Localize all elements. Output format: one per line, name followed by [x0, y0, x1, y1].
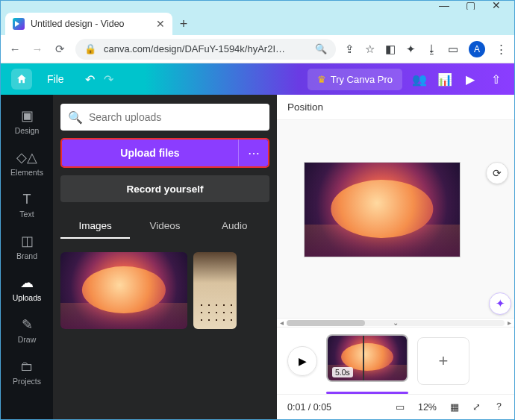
url-actions: ⇪ ☆ ◧ ✦ ⭳ ▭ A ⋮ [345, 41, 507, 57]
chevron-down-icon[interactable]: ⌄ [393, 319, 399, 327]
new-tab-button[interactable]: + [172, 13, 195, 35]
uploads-thumbnails [60, 252, 269, 329]
download-icon[interactable]: ⭳ [426, 43, 437, 55]
profile-avatar[interactable]: A [469, 41, 485, 57]
rail-draw[interactable]: ✎ Draw [1, 311, 53, 350]
extensions-puzzle-icon[interactable]: ✦ [406, 43, 416, 56]
notes-icon[interactable]: ▭ [396, 401, 405, 413]
scroll-track[interactable]: ⌄ [287, 320, 505, 326]
record-yourself-button[interactable]: Record yourself [60, 175, 269, 202]
uploads-panel: 🔍 Upload files ⋯ Record yourself Images … [53, 95, 277, 419]
fullscreen-icon[interactable]: ⤢ [472, 401, 481, 413]
rail-label: Uploads [13, 293, 42, 302]
clip-selection-indicator [326, 392, 408, 394]
rail-label: Draw [18, 335, 37, 344]
redo-button[interactable]: ↷ [104, 72, 113, 87]
tab-videos[interactable]: Videos [130, 214, 199, 239]
rail-label: Design [15, 126, 40, 135]
canva-favicon-icon [13, 18, 25, 30]
analytics-icon[interactable]: 📊 [437, 72, 453, 87]
try-pro-label: Try Canva Pro [331, 74, 393, 85]
main-row: ▣ Design ◇△ Elements T Text ◫ Brand ☁ Up… [1, 95, 514, 419]
rail-text[interactable]: T Text [1, 186, 53, 225]
scroll-thumb[interactable] [287, 320, 365, 326]
upload-thumb-1[interactable] [60, 252, 187, 329]
grid-view-icon[interactable]: ▦ [450, 401, 459, 413]
uploads-cloud-icon: ☁ [20, 275, 34, 290]
share-icon[interactable]: ⇪ [345, 43, 355, 56]
home-icon [16, 73, 28, 85]
search-uploads-input[interactable] [89, 111, 262, 123]
rail-label: Text [19, 210, 34, 219]
zoom-percent[interactable]: 12% [418, 402, 437, 413]
forward-button[interactable]: → [31, 43, 44, 55]
rail-design[interactable]: ▣ Design [1, 102, 53, 141]
file-menu[interactable]: File [41, 69, 70, 89]
add-clip-button[interactable]: + [417, 337, 469, 385]
browser-tab-active[interactable]: Untitled design - Video ✕ [5, 13, 172, 35]
timeline-clip-1[interactable]: 5.0s [326, 334, 408, 382]
brand-icon: ◫ [21, 233, 34, 248]
position-button[interactable]: Position [287, 101, 323, 113]
reset-rotation-button[interactable]: ⟳ [486, 162, 508, 184]
time-readout: 0:01 / 0:05 [287, 402, 331, 413]
undo-button[interactable]: ↶ [85, 72, 95, 87]
uploads-tabs: Images Videos Audio [60, 214, 269, 239]
scroll-left-icon[interactable]: ◂ [280, 319, 284, 327]
reload-button[interactable]: ⟳ [53, 43, 66, 56]
crown-icon: ♛ [317, 74, 326, 85]
window-frame: — ▢ ✕ Untitled design - Video ✕ + ← → ⟳ … [0, 0, 515, 420]
tab-images[interactable]: Images [60, 214, 130, 239]
rail-label: Brand [16, 251, 37, 260]
search-in-page-icon[interactable]: 🔍 [315, 43, 327, 54]
canvas-image[interactable] [305, 163, 460, 257]
text-icon: T [23, 192, 31, 207]
rail-label: Elements [10, 168, 43, 177]
reader-icon[interactable]: ▭ [448, 43, 458, 56]
collaborators-icon[interactable]: 👥 [411, 72, 428, 87]
upload-files-button[interactable]: Upload files [62, 140, 238, 166]
url-text: canva.com/design/DAFuY-1594k/hyAr2I… [104, 43, 285, 54]
browser-tabbar: Untitled design - Video ✕ + [1, 10, 514, 35]
canvas-frame[interactable] [304, 162, 461, 257]
playhead[interactable] [363, 334, 364, 382]
tab-audio[interactable]: Audio [200, 214, 269, 239]
bottom-bar: 0:01 / 0:05 ▭ 12% ▦ ⤢ ？ [277, 394, 514, 419]
rail-projects[interactable]: 🗀 Projects [1, 353, 53, 392]
elements-icon: ◇△ [16, 150, 37, 165]
share-export-icon[interactable]: ⇧ [487, 72, 504, 87]
kebab-menu-icon[interactable]: ⋮ [496, 43, 507, 56]
rail-elements[interactable]: ◇△ Elements [1, 144, 53, 183]
upload-more-button[interactable]: ⋯ [238, 140, 268, 166]
back-button[interactable]: ← [8, 43, 22, 55]
canva-topbar: File ↶ ↷ ♛ Try Canva Pro 👥 📊 ▶ ⇧ [1, 63, 514, 95]
bookmark-icon[interactable]: ☆ [365, 43, 375, 56]
address-bar[interactable]: 🔒 canva.com/design/DAFuY-1594k/hyAr2I… 🔍 [75, 39, 336, 60]
extension-square-icon[interactable]: ◧ [385, 43, 396, 56]
rail-uploads[interactable]: ☁ Uploads [1, 269, 53, 308]
upload-thumb-2[interactable] [193, 252, 237, 329]
rail-label: Projects [13, 377, 41, 386]
clip-duration-label: 5.0s [332, 367, 353, 377]
canvas-stage[interactable]: ⟳ ✦ [277, 120, 514, 318]
scroll-right-icon[interactable]: ▸ [508, 319, 511, 327]
tab-title: Untitled design - Video [31, 19, 125, 29]
rail-brand[interactable]: ◫ Brand [1, 228, 53, 266]
horizontal-scrollbar[interactable]: ◂ ⌄ ▸ [277, 318, 514, 327]
window-titlebar: — ▢ ✕ [1, 1, 514, 10]
help-icon[interactable]: ？ [494, 401, 504, 413]
lock-icon: 🔒 [84, 43, 96, 54]
search-uploads[interactable]: 🔍 [60, 104, 269, 131]
play-button[interactable]: ▶ [287, 346, 317, 376]
canvas-column: Position ⟳ ✦ ◂ ⌄ ▸ ▶ [277, 95, 514, 419]
present-play-icon[interactable]: ▶ [462, 72, 478, 87]
magic-button[interactable]: ✦ [489, 292, 511, 315]
projects-folder-icon: 🗀 [20, 359, 34, 374]
timeline: ▶ 5.0s + [277, 327, 514, 394]
home-button[interactable] [11, 69, 32, 90]
clip-wrapper: 5.0s [326, 334, 408, 388]
tab-close-button[interactable]: ✕ [156, 18, 165, 30]
try-canva-pro-button[interactable]: ♛ Try Canva Pro [308, 69, 402, 90]
design-icon: ▣ [21, 108, 34, 123]
upload-files-highlight: Upload files ⋯ [60, 138, 269, 168]
